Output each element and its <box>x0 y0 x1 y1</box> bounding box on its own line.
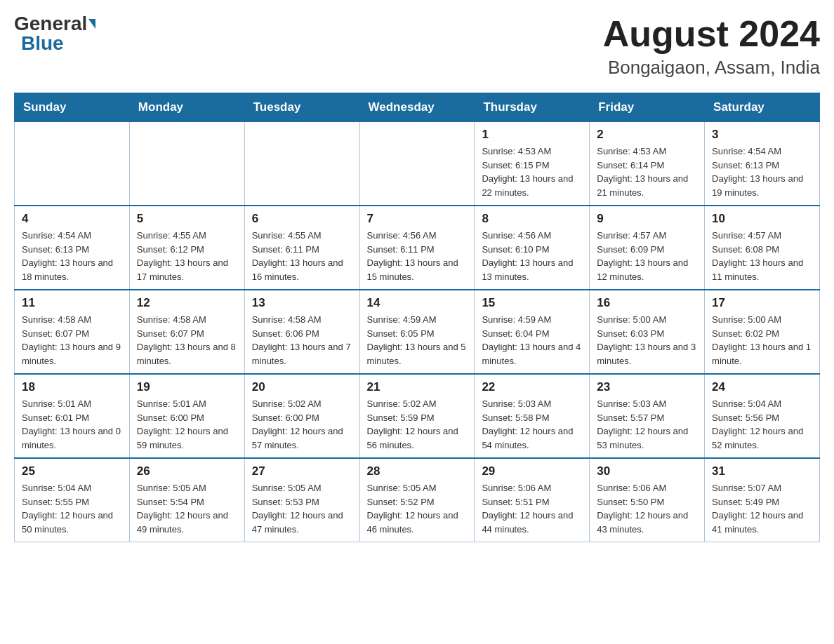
day-info: Sunrise: 5:01 AM Sunset: 6:00 PM Dayligh… <box>137 397 237 452</box>
day-number: 31 <box>712 464 812 478</box>
day-info: Sunrise: 5:06 AM Sunset: 5:51 PM Dayligh… <box>482 481 582 536</box>
calendar-day-cell: 11Sunrise: 4:58 AM Sunset: 6:07 PM Dayli… <box>15 290 130 374</box>
day-number: 6 <box>252 212 352 226</box>
calendar-subtitle: Bongaigaon, Assam, India <box>603 57 820 79</box>
day-number: 24 <box>712 380 812 394</box>
calendar-day-cell: 13Sunrise: 4:58 AM Sunset: 6:06 PM Dayli… <box>244 290 359 374</box>
day-info: Sunrise: 5:04 AM Sunset: 5:56 PM Dayligh… <box>712 397 812 452</box>
day-number: 26 <box>137 464 237 478</box>
calendar-day-cell: 16Sunrise: 5:00 AM Sunset: 6:03 PM Dayli… <box>590 290 705 374</box>
day-number: 27 <box>252 464 352 478</box>
page-header: General Blue August 2024 Bongaigaon, Ass… <box>14 14 820 79</box>
calendar-week-row: 1Sunrise: 4:53 AM Sunset: 6:15 PM Daylig… <box>15 122 820 206</box>
day-info: Sunrise: 4:57 AM Sunset: 6:08 PM Dayligh… <box>712 229 812 283</box>
day-number: 25 <box>22 464 122 478</box>
calendar-day-cell: 31Sunrise: 5:07 AM Sunset: 5:49 PM Dayli… <box>705 458 820 542</box>
calendar-day-cell: 17Sunrise: 5:00 AM Sunset: 6:02 PM Dayli… <box>705 290 820 374</box>
calendar-day-cell: 14Sunrise: 4:59 AM Sunset: 6:05 PM Dayli… <box>359 290 475 374</box>
calendar-day-cell: 22Sunrise: 5:03 AM Sunset: 5:58 PM Dayli… <box>475 374 590 458</box>
calendar-day-cell: 24Sunrise: 5:04 AM Sunset: 5:56 PM Dayli… <box>705 374 820 458</box>
calendar-day-cell: 10Sunrise: 4:57 AM Sunset: 6:08 PM Dayli… <box>705 206 820 290</box>
calendar-day-cell: 27Sunrise: 5:05 AM Sunset: 5:53 PM Dayli… <box>244 458 359 542</box>
calendar-day-cell: 21Sunrise: 5:02 AM Sunset: 5:59 PM Dayli… <box>359 374 475 458</box>
calendar-day-cell: 29Sunrise: 5:06 AM Sunset: 5:51 PM Dayli… <box>475 458 590 542</box>
calendar-day-cell: 12Sunrise: 4:58 AM Sunset: 6:07 PM Dayli… <box>129 290 244 374</box>
day-number: 15 <box>482 296 582 310</box>
day-number: 9 <box>597 212 697 226</box>
day-number: 14 <box>367 296 468 310</box>
calendar-day-cell: 15Sunrise: 4:59 AM Sunset: 6:04 PM Dayli… <box>475 290 590 374</box>
day-number: 22 <box>482 380 582 394</box>
calendar-day-cell: 23Sunrise: 5:03 AM Sunset: 5:57 PM Dayli… <box>590 374 705 458</box>
calendar-day-cell: 1Sunrise: 4:53 AM Sunset: 6:15 PM Daylig… <box>475 122 590 206</box>
calendar-day-cell: 3Sunrise: 4:54 AM Sunset: 6:13 PM Daylig… <box>705 122 820 206</box>
day-info: Sunrise: 4:58 AM Sunset: 6:06 PM Dayligh… <box>252 313 352 368</box>
calendar-header-row: SundayMondayTuesdayWednesdayThursdayFrid… <box>15 93 820 122</box>
day-info: Sunrise: 5:05 AM Sunset: 5:54 PM Dayligh… <box>137 481 237 536</box>
day-info: Sunrise: 4:58 AM Sunset: 6:07 PM Dayligh… <box>137 313 237 368</box>
day-info: Sunrise: 4:54 AM Sunset: 6:13 PM Dayligh… <box>22 229 122 283</box>
calendar-header-tuesday: Tuesday <box>244 93 359 122</box>
day-number: 19 <box>137 380 237 394</box>
title-block: August 2024 Bongaigaon, Assam, India <box>603 14 820 79</box>
logo-arrow-icon <box>88 19 95 29</box>
day-number: 10 <box>712 212 812 226</box>
calendar-day-cell <box>359 122 475 206</box>
calendar-day-cell: 20Sunrise: 5:02 AM Sunset: 6:00 PM Dayli… <box>244 374 359 458</box>
calendar-day-cell: 30Sunrise: 5:06 AM Sunset: 5:50 PM Dayli… <box>590 458 705 542</box>
calendar-day-cell: 19Sunrise: 5:01 AM Sunset: 6:00 PM Dayli… <box>129 374 244 458</box>
day-info: Sunrise: 4:59 AM Sunset: 6:05 PM Dayligh… <box>367 313 468 368</box>
day-number: 8 <box>482 212 582 226</box>
day-info: Sunrise: 5:06 AM Sunset: 5:50 PM Dayligh… <box>597 481 697 536</box>
calendar-header-monday: Monday <box>129 93 244 122</box>
day-info: Sunrise: 4:53 AM Sunset: 6:15 PM Dayligh… <box>482 145 582 199</box>
day-info: Sunrise: 5:05 AM Sunset: 5:52 PM Dayligh… <box>367 481 468 536</box>
calendar-week-row: 4Sunrise: 4:54 AM Sunset: 6:13 PM Daylig… <box>15 206 820 290</box>
day-number: 29 <box>482 464 582 478</box>
day-info: Sunrise: 5:02 AM Sunset: 5:59 PM Dayligh… <box>367 397 468 452</box>
day-number: 16 <box>597 296 697 310</box>
calendar-day-cell: 5Sunrise: 4:55 AM Sunset: 6:12 PM Daylig… <box>129 206 244 290</box>
logo: General Blue <box>14 14 95 53</box>
calendar-day-cell <box>244 122 359 206</box>
calendar-header-saturday: Saturday <box>705 93 820 122</box>
calendar-title: August 2024 <box>603 14 820 54</box>
day-number: 18 <box>22 380 122 394</box>
day-info: Sunrise: 5:05 AM Sunset: 5:53 PM Dayligh… <box>252 481 352 536</box>
day-info: Sunrise: 4:56 AM Sunset: 6:11 PM Dayligh… <box>367 229 468 283</box>
day-info: Sunrise: 4:54 AM Sunset: 6:13 PM Dayligh… <box>712 145 812 199</box>
calendar-day-cell: 4Sunrise: 4:54 AM Sunset: 6:13 PM Daylig… <box>15 206 130 290</box>
day-info: Sunrise: 5:03 AM Sunset: 5:58 PM Dayligh… <box>482 397 582 452</box>
day-info: Sunrise: 4:56 AM Sunset: 6:10 PM Dayligh… <box>482 229 582 283</box>
day-info: Sunrise: 4:59 AM Sunset: 6:04 PM Dayligh… <box>482 313 582 368</box>
day-number: 3 <box>712 128 812 142</box>
day-number: 12 <box>137 296 237 310</box>
day-info: Sunrise: 5:07 AM Sunset: 5:49 PM Dayligh… <box>712 481 812 536</box>
calendar-day-cell: 26Sunrise: 5:05 AM Sunset: 5:54 PM Dayli… <box>129 458 244 542</box>
day-number: 28 <box>367 464 468 478</box>
calendar-day-cell: 9Sunrise: 4:57 AM Sunset: 6:09 PM Daylig… <box>590 206 705 290</box>
calendar-day-cell: 18Sunrise: 5:01 AM Sunset: 6:01 PM Dayli… <box>15 374 130 458</box>
calendar-header-thursday: Thursday <box>475 93 590 122</box>
day-info: Sunrise: 5:00 AM Sunset: 6:03 PM Dayligh… <box>597 313 697 368</box>
day-info: Sunrise: 4:58 AM Sunset: 6:07 PM Dayligh… <box>22 313 122 368</box>
day-number: 13 <box>252 296 352 310</box>
day-number: 30 <box>597 464 697 478</box>
day-info: Sunrise: 4:55 AM Sunset: 6:11 PM Dayligh… <box>252 229 352 283</box>
calendar-day-cell: 8Sunrise: 4:56 AM Sunset: 6:10 PM Daylig… <box>475 206 590 290</box>
calendar-day-cell: 2Sunrise: 4:53 AM Sunset: 6:14 PM Daylig… <box>590 122 705 206</box>
day-info: Sunrise: 5:01 AM Sunset: 6:01 PM Dayligh… <box>22 397 122 452</box>
calendar-day-cell: 6Sunrise: 4:55 AM Sunset: 6:11 PM Daylig… <box>244 206 359 290</box>
day-info: Sunrise: 5:02 AM Sunset: 6:00 PM Dayligh… <box>252 397 352 452</box>
day-number: 17 <box>712 296 812 310</box>
day-info: Sunrise: 4:55 AM Sunset: 6:12 PM Dayligh… <box>137 229 237 283</box>
calendar-table: SundayMondayTuesdayWednesdayThursdayFrid… <box>14 93 820 542</box>
day-info: Sunrise: 4:57 AM Sunset: 6:09 PM Dayligh… <box>597 229 697 283</box>
day-number: 7 <box>367 212 468 226</box>
logo-general-text: General <box>14 14 95 34</box>
calendar-day-cell <box>15 122 130 206</box>
calendar-day-cell <box>129 122 244 206</box>
day-number: 1 <box>482 128 582 142</box>
logo-blue-text: Blue <box>21 34 64 53</box>
day-info: Sunrise: 5:03 AM Sunset: 5:57 PM Dayligh… <box>597 397 697 452</box>
